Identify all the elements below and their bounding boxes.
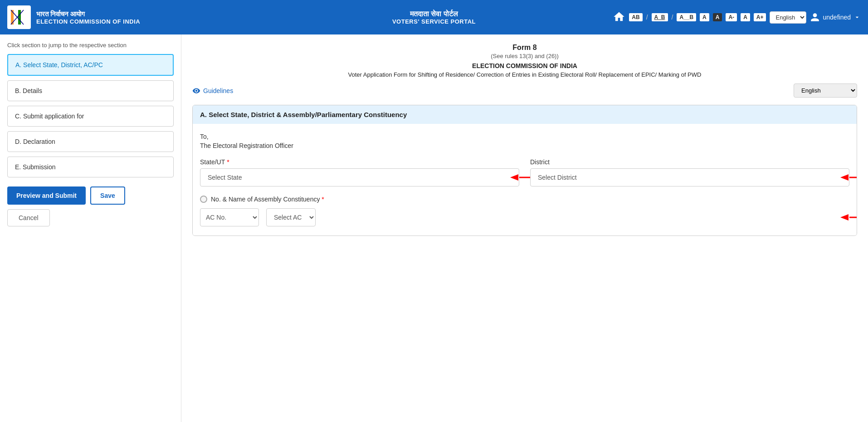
form-org: ELECTION COMMISSION OF INDIA: [192, 62, 857, 69]
sidebar-item-submission[interactable]: E. Submission: [7, 157, 174, 177]
svg-marker-12: [840, 214, 848, 221]
user-icon: [810, 12, 820, 22]
home-icon: [613, 10, 625, 23]
main-layout: Click section to jump to the respective …: [0, 34, 868, 422]
ac-no-select[interactable]: AC No.: [200, 208, 259, 226]
svg-rect-4: [18, 10, 21, 25]
cancel-button[interactable]: Cancel: [7, 209, 50, 226]
page-header: भारत निर्वाचन आयोग ELECTION COMMISSION O…: [0, 0, 868, 34]
assembly-row: No. & Name of Assembly Constituency *: [200, 196, 849, 203]
sidebar-item-submit-application[interactable]: C. Submit application for: [7, 106, 174, 127]
text-style-a-minus-button[interactable]: A-: [726, 13, 737, 21]
form-description: Voter Application Form for Shifting of R…: [192, 71, 857, 78]
state-field: State/UT * Select State: [200, 158, 519, 186]
separator-1: /: [646, 14, 648, 21]
sidebar-action-buttons: Preview and Submit Save: [7, 186, 174, 205]
cancel-row: Cancel: [7, 209, 174, 226]
text-style-ab-button[interactable]: AB: [629, 13, 642, 21]
text-style-a-double-b-button[interactable]: A__B: [677, 13, 696, 21]
state-select[interactable]: Select State: [200, 168, 519, 186]
header-hindi-title: भारत निर्वाचन आयोग: [36, 10, 140, 18]
district-select[interactable]: Select District: [530, 168, 849, 186]
text-style-a-plus-button[interactable]: A+: [754, 13, 766, 21]
ac-name-container: Select AC: [266, 208, 849, 226]
district-field: District Select District: [530, 158, 849, 186]
header-center: मतदाता सेवा पोर्टल VOTERS' SERVICE PORTA…: [392, 10, 476, 25]
form-title: Form 8: [192, 44, 857, 52]
form-lang-row: Guidelines English Hindi: [192, 83, 857, 98]
main-content: Form 8 (See rules 13(3) and (26)) ELECTI…: [181, 34, 868, 422]
section-a-header: A. Select State, District & Assembly/Par…: [193, 105, 857, 124]
svg-marker-10: [840, 174, 848, 181]
to-text: To,: [200, 133, 849, 140]
sidebar-item-details[interactable]: B. Details: [7, 80, 174, 101]
chevron-down-icon: [853, 14, 861, 21]
ac-name-select[interactable]: Select AC: [266, 208, 316, 226]
save-button[interactable]: Save: [90, 186, 125, 205]
section-a-body: To, The Electoral Registration Officer S…: [193, 124, 857, 236]
assembly-label: No. & Name of Assembly Constituency *: [211, 196, 324, 203]
state-label: State/UT *: [200, 158, 519, 166]
state-district-row: State/UT * Select State: [200, 158, 849, 186]
svg-marker-8: [510, 174, 518, 181]
state-select-container: Select State: [200, 168, 519, 186]
sidebar-item-select-state[interactable]: A. Select State, District, AC/PC: [7, 54, 174, 76]
preview-submit-button[interactable]: Preview and Submit: [7, 186, 86, 205]
header-right: AB / A_B / A__B A A A- A A+ English Hind…: [613, 10, 861, 25]
user-name-label: undefined: [823, 14, 851, 21]
user-menu-button[interactable]: undefined: [810, 12, 861, 22]
language-selector[interactable]: English Hindi: [770, 11, 806, 24]
sidebar-item-declaration[interactable]: D. Declaration: [7, 131, 174, 152]
sidebar: Click section to jump to the respective …: [0, 34, 181, 422]
header-english-title: ELECTION COMMISSION OF INDIA: [36, 18, 140, 25]
text-style-a-normal-button[interactable]: A: [700, 13, 709, 21]
text-style-a-underline-b-button[interactable]: A_B: [652, 13, 668, 21]
eye-icon: [192, 87, 200, 95]
form-language-selector[interactable]: English Hindi: [794, 83, 857, 98]
ac-arrow-icon: [840, 213, 857, 222]
home-button[interactable]: [613, 10, 625, 25]
district-label: District: [530, 158, 849, 166]
ac-row: AC No. Select AC: [200, 208, 849, 226]
district-arrow-icon: [840, 173, 857, 182]
header-title: भारत निर्वाचन आयोग ELECTION COMMISSION O…: [36, 10, 140, 25]
separator-2: /: [672, 14, 673, 21]
sidebar-hint: Click section to jump to the respective …: [7, 42, 174, 49]
assembly-required-star: *: [322, 196, 324, 203]
text-style-a-bold-button[interactable]: A: [713, 13, 722, 21]
eci-logo-icon: [7, 5, 31, 29]
portal-hindi-title: मतदाता सेवा पोर्टल: [392, 10, 476, 18]
state-required-star: *: [227, 158, 229, 166]
form-subtitle: (See rules 13(3) and (26)): [192, 53, 857, 59]
assembly-radio[interactable]: [200, 196, 207, 203]
district-select-container: Select District: [530, 168, 849, 186]
logo-area: भारत निर्वाचन आयोग ELECTION COMMISSION O…: [7, 5, 140, 29]
section-a-card: A. Select State, District & Assembly/Par…: [192, 105, 857, 236]
portal-english-title: VOTERS' SERVICE PORTAL: [392, 18, 476, 25]
guidelines-link[interactable]: Guidelines: [192, 87, 233, 95]
text-style-a-medium-button[interactable]: A: [741, 13, 750, 21]
officer-text: The Electoral Registration Officer: [200, 142, 849, 149]
